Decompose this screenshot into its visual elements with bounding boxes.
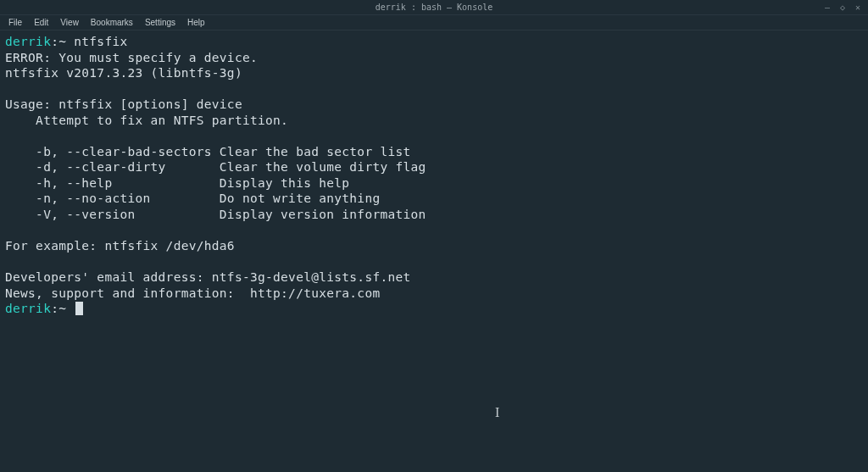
prompt-sep: :: [51, 35, 58, 48]
output-line: ntfsfix v2017.3.23 (libntfs-3g): [5, 66, 242, 80]
output-line: ERROR: You must specify a device.: [5, 51, 258, 64]
output-line: News, support and information: http://tu…: [5, 286, 380, 300]
output-line: -b, --clear-bad-sectors Clear the bad se…: [5, 145, 411, 158]
window-title: derrik : bash — Konsole: [376, 3, 492, 12]
output-line: -h, --help Display this help: [5, 176, 349, 190]
window-controls: – ◇ ✕: [822, 2, 863, 12]
minimize-icon[interactable]: –: [822, 2, 832, 12]
terminal-area[interactable]: derrik:~ ntfsfix ERROR: You must specify…: [0, 31, 868, 320]
command-text: ntfsfix: [74, 35, 127, 48]
menu-edit[interactable]: Edit: [29, 16, 53, 29]
output-line: For example: ntfsfix /dev/hda6: [5, 239, 235, 253]
menu-help[interactable]: Help: [182, 16, 210, 29]
prompt-space: [66, 35, 74, 48]
menu-file[interactable]: File: [3, 16, 27, 29]
menu-settings[interactable]: Settings: [140, 16, 181, 29]
prompt-user: derrik: [5, 302, 51, 315]
output-line: -V, --version Display version informatio…: [5, 208, 426, 221]
output-line: Developers' email address: ntfs-3g-devel…: [5, 270, 411, 284]
titlebar: derrik : bash — Konsole – ◇ ✕: [0, 0, 868, 15]
prompt-space: [66, 302, 74, 315]
text-cursor-ibeam: I: [495, 405, 499, 420]
prompt-sep: :: [51, 302, 58, 315]
prompt-path: ~: [58, 35, 66, 48]
output-line: Attempt to fix an NTFS partition.: [5, 114, 288, 127]
menu-view[interactable]: View: [55, 16, 84, 29]
menu-bookmarks[interactable]: Bookmarks: [86, 16, 138, 29]
output-line: -d, --clear-dirty Clear the volume dirty…: [5, 160, 426, 174]
maximize-icon[interactable]: ◇: [837, 2, 848, 12]
menubar: File Edit View Bookmarks Settings Help: [0, 15, 868, 31]
cursor-block: [75, 302, 83, 315]
prompt-user: derrik: [5, 35, 51, 48]
output-line: -n, --no-action Do not write anything: [5, 192, 380, 205]
close-icon[interactable]: ✕: [853, 2, 863, 12]
output-line: Usage: ntfsfix [options] device: [5, 97, 242, 111]
prompt-path: ~: [58, 302, 66, 315]
